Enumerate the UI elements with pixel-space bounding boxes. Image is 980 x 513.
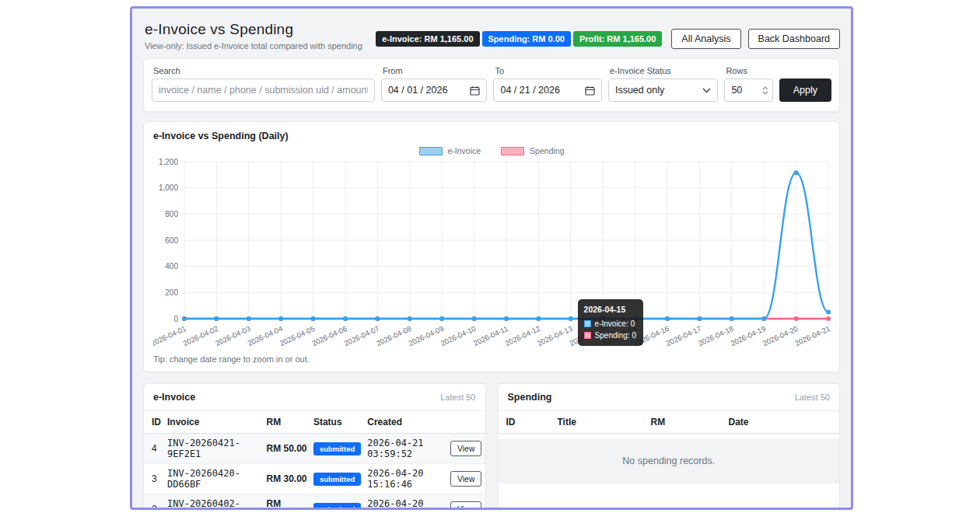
legend-label: Spending (530, 146, 564, 155)
header-actions: e-Invoice: RM 1,165.00Spending: RM 0.00P… (376, 29, 840, 49)
cell-created: 2026-04-20 15:20:07 (364, 494, 447, 511)
cell-id: 2 (144, 494, 164, 511)
page-header: e-Invoice vs Spending View-only: Issued … (132, 9, 851, 57)
svg-text:2026-04-01: 2026-04-01 (153, 324, 187, 348)
summary-badge-2: Profit: RM 1,165.00 (573, 31, 662, 47)
status-badge: submitted (313, 442, 361, 455)
svg-text:2026-04-11: 2026-04-11 (472, 324, 509, 347)
view-button[interactable]: View (450, 501, 482, 510)
legend-label: e-Invoice (448, 146, 481, 155)
cell-invoice-number: INV-20260421-9EF2E1 (164, 434, 264, 464)
chart-card: e-Invoice vs Spending (Daily) e-InvoiceS… (143, 121, 840, 372)
spending-latest-label: Latest 50 (795, 393, 830, 402)
to-label: To (495, 66, 602, 75)
from-date-input[interactable]: 04 / 01 / 2026 (381, 79, 488, 102)
svg-text:400: 400 (165, 262, 178, 270)
legend-item-e-invoice[interactable]: e-Invoice (419, 146, 481, 155)
col-header-rm: RM (264, 411, 310, 434)
svg-text:1,200: 1,200 (159, 158, 178, 166)
chart-area[interactable]: 2026-04-012026-04-022026-04-032026-04-04… (153, 157, 830, 351)
spending-card-title: Spending (508, 392, 552, 403)
svg-text:2026-04-10: 2026-04-10 (439, 324, 478, 348)
cell-status: submitted (310, 434, 364, 464)
invoice-table-card: e-Invoice Latest 50 ID Invoice RM Status… (143, 383, 486, 510)
svg-text:2026-04-18: 2026-04-18 (697, 324, 735, 348)
cell-created: 2026-04-20 15:16:46 (364, 464, 447, 494)
svg-text:200: 200 (165, 288, 178, 297)
chart-title: e-Invoice vs Spending (Daily) (153, 131, 830, 141)
search-input[interactable] (152, 79, 375, 102)
spending-card-header: Spending Latest 50 (499, 384, 840, 411)
svg-text:2026-04-12: 2026-04-12 (504, 324, 542, 348)
status-selected-value: Issued only (615, 85, 664, 96)
legend-swatch-icon (501, 147, 524, 155)
to-date-value: 04 / 21 / 2026 (500, 85, 559, 96)
svg-text:2026-04-20: 2026-04-20 (761, 324, 800, 348)
svg-text:2026-04-16: 2026-04-16 (632, 324, 670, 348)
view-button[interactable]: View (450, 441, 482, 456)
from-label: From (383, 66, 488, 75)
status-label: e-Invoice Status (610, 66, 718, 75)
cell-created: 2026-04-21 03:59:52 (364, 434, 447, 464)
legend-item-spending[interactable]: Spending (501, 146, 564, 155)
chart-canvas[interactable]: 2026-04-012026-04-022026-04-032026-04-04… (153, 157, 835, 351)
number-stepper-icon[interactable] (762, 86, 768, 95)
col-header-created: Created (364, 411, 447, 434)
svg-text:2026-04-06: 2026-04-06 (310, 324, 348, 348)
calendar-icon[interactable] (470, 86, 480, 96)
invoice-table-row: 2INV-20260402-EF4650RM 999.00submitted20… (144, 494, 485, 511)
apply-button[interactable]: Apply (779, 79, 831, 102)
svg-text:2026-04-08: 2026-04-08 (375, 324, 413, 348)
invoice-latest-label: Latest 50 (440, 393, 475, 402)
page-subtitle: View-only: Issued e-Invoice total compar… (145, 41, 362, 51)
calendar-icon[interactable] (585, 86, 595, 96)
col-header-status: Status (310, 411, 364, 434)
svg-text:2026-04-07: 2026-04-07 (343, 324, 381, 348)
chart-tip-text: Tip: change date range to zoom in or out… (153, 354, 830, 364)
legend-swatch-icon (419, 147, 443, 155)
col-header-id: ID (144, 411, 164, 434)
search-field: Search (152, 66, 375, 102)
invoice-card-title: e-Invoice (153, 392, 195, 403)
chart-legend: e-InvoiceSpending (153, 146, 830, 155)
to-date-input[interactable]: 04 / 21 / 2026 (493, 79, 602, 102)
svg-text:0: 0 (173, 315, 178, 323)
svg-text:2026-04-04: 2026-04-04 (246, 324, 284, 348)
cell-actions: View (447, 434, 485, 464)
svg-text:2026-04-02: 2026-04-02 (182, 324, 220, 348)
svg-text:2026-04-09: 2026-04-09 (407, 324, 445, 348)
rows-input[interactable]: 50 (724, 79, 772, 102)
cell-amount: RM 30.00 (264, 464, 310, 494)
all-analysis-button[interactable]: All Analysis (671, 29, 740, 49)
svg-text:800: 800 (165, 210, 178, 218)
from-date-value: 04 / 01 / 2026 (388, 85, 447, 96)
cell-invoice-number: INV-20260402-EF4650 (164, 494, 264, 511)
svg-text:2026-04-21: 2026-04-21 (793, 324, 831, 348)
spending-table: ID Title RM Date (499, 411, 840, 434)
cell-id: 3 (144, 464, 164, 494)
summary-badge-0: e-Invoice: RM 1,165.00 (376, 31, 479, 47)
cell-amount: RM 50.00 (264, 434, 310, 464)
svg-text:2026-04-19: 2026-04-19 (729, 324, 767, 348)
status-select[interactable]: Issued only (608, 79, 718, 102)
svg-text:2026-04-03: 2026-04-03 (214, 324, 252, 348)
col-header-actions (447, 411, 485, 434)
view-button[interactable]: View (450, 471, 482, 487)
col-header-id: ID (499, 411, 555, 434)
invoice-card-header: e-Invoice Latest 50 (144, 384, 485, 411)
svg-text:2026-04-17: 2026-04-17 (665, 324, 703, 348)
invoice-table: ID Invoice RM Status Created 4INV-202604… (144, 411, 485, 510)
cell-actions: View (447, 494, 485, 511)
back-dashboard-button[interactable]: Back Dashboard (748, 29, 840, 49)
svg-text:2026-04-15: 2026-04-15 (600, 324, 639, 348)
spending-empty-state: No spending records. (499, 438, 840, 483)
cell-actions: View (447, 464, 485, 494)
svg-text:1,000: 1,000 (159, 183, 178, 192)
app-window: e-Invoice vs Spending View-only: Issued … (130, 6, 853, 510)
summary-badges: e-Invoice: RM 1,165.00Spending: RM 0.00P… (376, 31, 664, 47)
spending-table-card: Spending Latest 50 ID Title RM Date No s… (498, 383, 841, 510)
search-label: Search (153, 66, 375, 75)
page-title: e-Invoice vs Spending (145, 21, 362, 38)
invoice-table-row: 3INV-20260420-DD66BFRM 30.00submitted202… (144, 464, 485, 494)
from-date-field: From 04 / 01 / 2026 (381, 66, 488, 102)
